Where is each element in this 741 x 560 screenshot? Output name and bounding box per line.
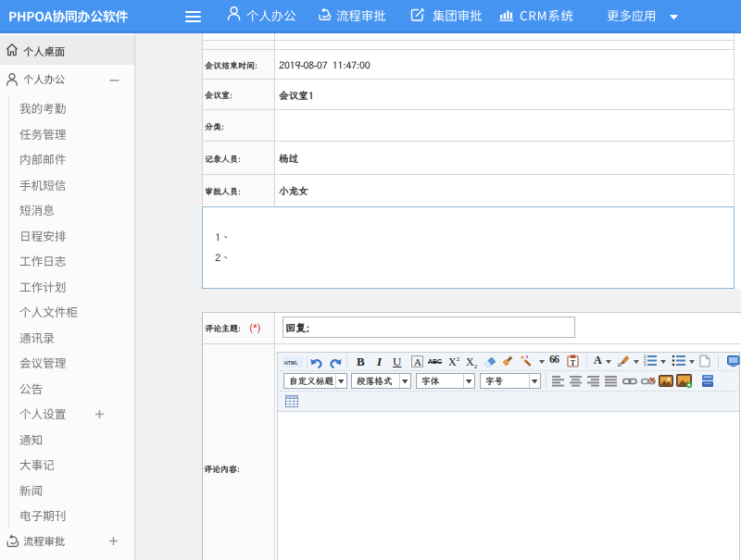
svg-text:T: T xyxy=(571,359,576,367)
svg-text:a: a xyxy=(618,360,622,367)
svg-text:3: 3 xyxy=(644,364,647,367)
